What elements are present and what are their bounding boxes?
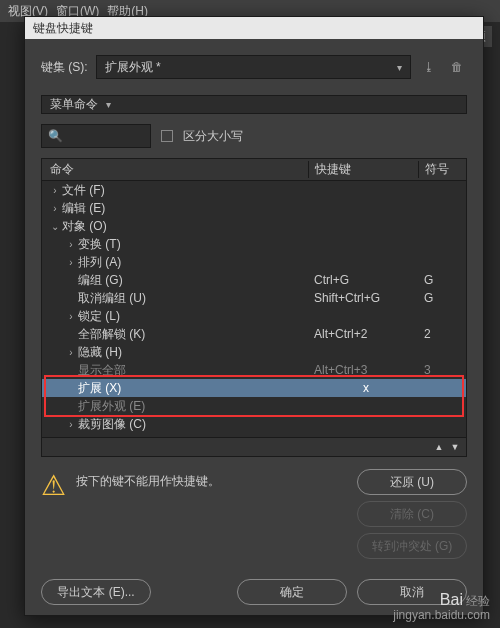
- col-command[interactable]: 命令: [42, 161, 308, 178]
- tree-toggle-icon[interactable]: ›: [64, 419, 78, 430]
- row-shortcut[interactable]: Alt+Ctrl+2: [308, 327, 418, 341]
- row-symbol: 2: [418, 327, 466, 341]
- dialog-title: 键盘快捷键: [33, 20, 93, 37]
- table-row[interactable]: ›裁剪图像 (C): [42, 415, 466, 433]
- undo-button[interactable]: 还原 (U): [357, 469, 467, 495]
- search-box[interactable]: 🔍: [41, 124, 151, 148]
- search-icon: 🔍: [48, 129, 63, 143]
- save-keyset-icon[interactable]: ⭳: [419, 57, 439, 77]
- row-label: 排列 (A): [78, 254, 121, 271]
- tree-toggle-icon[interactable]: ›: [64, 257, 78, 268]
- keyset-select[interactable]: 扩展外观 * ▾: [96, 55, 411, 79]
- row-label: 隐藏 (H): [78, 344, 122, 361]
- warning-icon: ⚠: [41, 469, 66, 502]
- clear-button[interactable]: 清除 (C): [357, 501, 467, 527]
- row-label: 编辑 (E): [62, 200, 105, 217]
- table-row[interactable]: 编组 (G)Ctrl+GG: [42, 271, 466, 289]
- table-row[interactable]: ›锁定 (L): [42, 307, 466, 325]
- chevron-down-icon: ▾: [397, 62, 402, 73]
- keyset-value: 扩展外观 *: [105, 59, 161, 76]
- table-row[interactable]: ›变换 (T): [42, 235, 466, 253]
- table-row[interactable]: ›文件 (F): [42, 181, 466, 199]
- col-shortcut[interactable]: 快捷键: [308, 161, 418, 178]
- dialog-titlebar: 键盘快捷键: [25, 17, 483, 39]
- watermark-logo: Bai: [440, 591, 463, 608]
- case-label: 区分大小写: [183, 128, 243, 145]
- section-select[interactable]: 菜单命令 ▾: [41, 95, 467, 114]
- row-label: 取消编组 (U): [78, 290, 146, 307]
- row-label: 文件 (F): [62, 182, 105, 199]
- row-label: 编组 (G): [78, 272, 123, 289]
- tree-toggle-icon[interactable]: ›: [64, 239, 78, 250]
- row-symbol: G: [418, 291, 466, 305]
- warning-text: 按下的键不能用作快捷键。: [76, 469, 347, 490]
- chevron-down-icon: ▾: [106, 99, 111, 110]
- watermark-url: jingyan.baidu.com: [393, 608, 490, 622]
- shortcuts-dialog: 键盘快捷键 键集 (S): 扩展外观 * ▾ ⭳ 🗑 菜单命令 ▾ 🔍 区分大小…: [24, 16, 484, 616]
- row-label: 裁剪图像 (C): [78, 416, 146, 433]
- table-body: ›文件 (F)›编辑 (E)⌄对象 (O)›变换 (T)›排列 (A)编组 (G…: [42, 181, 466, 437]
- tree-toggle-icon[interactable]: ›: [48, 185, 62, 196]
- highlight-box: [44, 375, 464, 417]
- scroll-up-icon[interactable]: ▲: [432, 440, 446, 454]
- scroll-down-icon[interactable]: ▼: [448, 440, 462, 454]
- case-checkbox[interactable]: [161, 130, 173, 142]
- row-shortcut[interactable]: Shift+Ctrl+G: [308, 291, 418, 305]
- search-input[interactable]: [63, 129, 144, 143]
- row-label: 对象 (O): [62, 218, 107, 235]
- row-label: 变换 (T): [78, 236, 121, 253]
- row-label: 锁定 (L): [78, 308, 120, 325]
- row-label: 全部解锁 (K): [78, 326, 145, 343]
- table-row[interactable]: ›编辑 (E): [42, 199, 466, 217]
- tree-toggle-icon[interactable]: ⌄: [48, 221, 62, 232]
- ok-button[interactable]: 确定: [237, 579, 347, 605]
- delete-keyset-icon[interactable]: 🗑: [447, 57, 467, 77]
- row-shortcut[interactable]: Ctrl+G: [308, 273, 418, 287]
- section-value: 菜单命令: [50, 96, 98, 113]
- table-row[interactable]: ⌄对象 (O): [42, 217, 466, 235]
- shortcuts-table: 命令 快捷键 符号 ›文件 (F)›编辑 (E)⌄对象 (O)›变换 (T)›排…: [41, 158, 467, 457]
- tree-toggle-icon[interactable]: ›: [64, 311, 78, 322]
- tree-toggle-icon[interactable]: ›: [64, 347, 78, 358]
- row-symbol: G: [418, 273, 466, 287]
- table-row[interactable]: ›排列 (A): [42, 253, 466, 271]
- table-row[interactable]: ›隐藏 (H): [42, 343, 466, 361]
- col-symbol[interactable]: 符号: [418, 161, 466, 178]
- table-row[interactable]: 取消编组 (U)Shift+Ctrl+GG: [42, 289, 466, 307]
- table-row[interactable]: 全部解锁 (K)Alt+Ctrl+22: [42, 325, 466, 343]
- keyset-label: 键集 (S):: [41, 59, 88, 76]
- goto-conflict-button[interactable]: 转到冲突处 (G): [357, 533, 467, 559]
- watermark: Bai 经验 jingyan.baidu.com: [393, 593, 490, 622]
- tree-toggle-icon[interactable]: ›: [48, 203, 62, 214]
- table-header: 命令 快捷键 符号: [42, 159, 466, 181]
- export-text-button[interactable]: 导出文本 (E)...: [41, 579, 151, 605]
